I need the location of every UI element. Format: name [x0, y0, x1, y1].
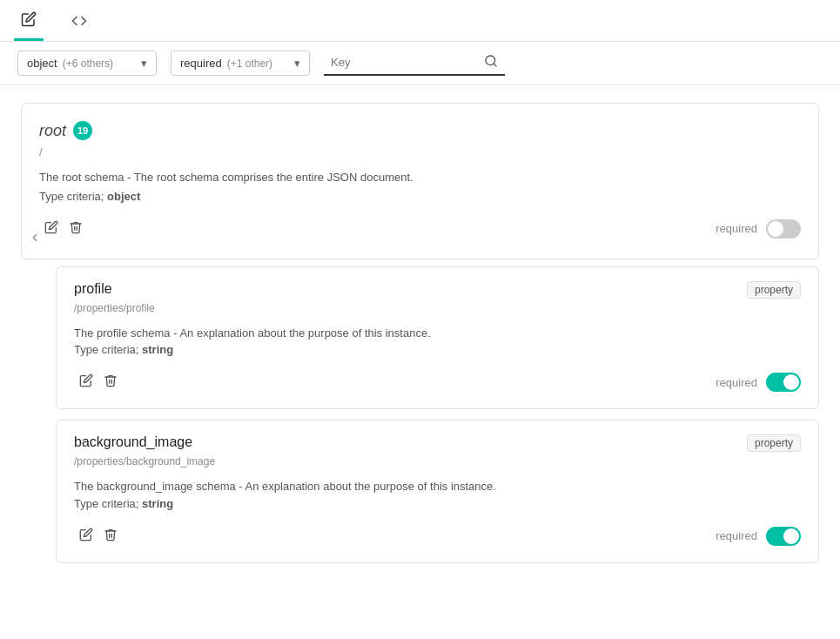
property-type-value-profile: string [142, 343, 173, 356]
property-title-background-image: background_image [74, 434, 192, 450]
background-image-actions: required [74, 524, 801, 548]
property-badge-profile: property [747, 281, 801, 299]
properties-container: profile property /properties/profile The… [56, 266, 819, 563]
type-filter-value: object [27, 57, 57, 70]
tab-edit[interactable] [14, 0, 44, 41]
root-collapse-button[interactable] [29, 232, 41, 246]
filters-bar: object (+6 others) ▾ required (+1 other)… [0, 42, 840, 85]
property-badge-background-image: property [747, 434, 801, 452]
root-header: root 19 [39, 121, 801, 140]
svg-line-1 [494, 64, 496, 66]
profile-delete-button[interactable] [98, 370, 123, 394]
top-nav [0, 0, 840, 42]
property-desc-profile: The profile schema - An explanation abou… [74, 325, 801, 342]
root-required-label: required [716, 222, 757, 235]
root-required-switch[interactable] [766, 219, 801, 239]
type-filter-suffix: (+6 others) [63, 57, 113, 70]
root-card: root 19 / The root schema - The root sch… [21, 103, 819, 259]
required-filter[interactable]: required (+1 other) ▾ [171, 50, 310, 76]
root-badge: 19 [73, 121, 92, 140]
main-content: root 19 / The root schema - The root sch… [0, 85, 840, 591]
type-filter-chevron: ▾ [141, 57, 147, 70]
background-image-edit-button[interactable] [74, 524, 98, 548]
profile-required-toggle: required [716, 373, 801, 392]
profile-required-switch[interactable] [766, 373, 801, 392]
profile-actions: required [74, 370, 801, 394]
property-header-background-image: background_image property [74, 434, 801, 452]
required-filter-chevron: ▾ [294, 57, 300, 70]
search-icon[interactable] [484, 54, 498, 71]
property-title-profile: profile [74, 281, 112, 297]
profile-edit-button[interactable] [74, 370, 98, 394]
required-filter-suffix: (+1 other) [227, 57, 272, 70]
property-card-background-image: background_image property /properties/ba… [56, 420, 819, 563]
property-path-background-image: /properties/background_image [74, 455, 801, 467]
root-type-criteria: Type criteria; object [39, 190, 801, 203]
root-title: root [39, 122, 66, 140]
search-input[interactable] [331, 56, 477, 69]
root-type-label: Type criteria; [39, 190, 104, 203]
root-description: The root schema - The root schema compri… [39, 169, 801, 186]
property-path-profile: /properties/profile [74, 302, 801, 314]
root-actions: required [39, 217, 801, 241]
root-path: / [39, 145, 801, 158]
background-image-required-switch[interactable] [766, 527, 801, 546]
type-filter[interactable]: object (+6 others) ▾ [17, 50, 157, 76]
property-type-value-background-image: string [142, 497, 173, 510]
profile-required-label: required [716, 376, 757, 389]
root-delete-button[interactable] [64, 217, 88, 241]
property-type-background-image: Type criteria; string [74, 497, 801, 510]
root-required-toggle: required [716, 219, 801, 239]
required-filter-value: required [180, 57, 222, 70]
search-container [324, 50, 505, 76]
background-image-required-toggle: required [716, 527, 801, 546]
property-desc-background-image: The background_image schema - An explana… [74, 478, 801, 495]
tab-code[interactable] [64, 0, 94, 41]
property-header-profile: profile property [74, 281, 801, 299]
root-edit-button[interactable] [39, 217, 64, 241]
root-type-value: object [107, 190, 140, 203]
background-image-delete-button[interactable] [98, 524, 123, 548]
property-card-profile: profile property /properties/profile The… [56, 266, 819, 410]
background-image-required-label: required [716, 529, 757, 542]
property-type-profile: Type criteria; string [74, 343, 801, 356]
